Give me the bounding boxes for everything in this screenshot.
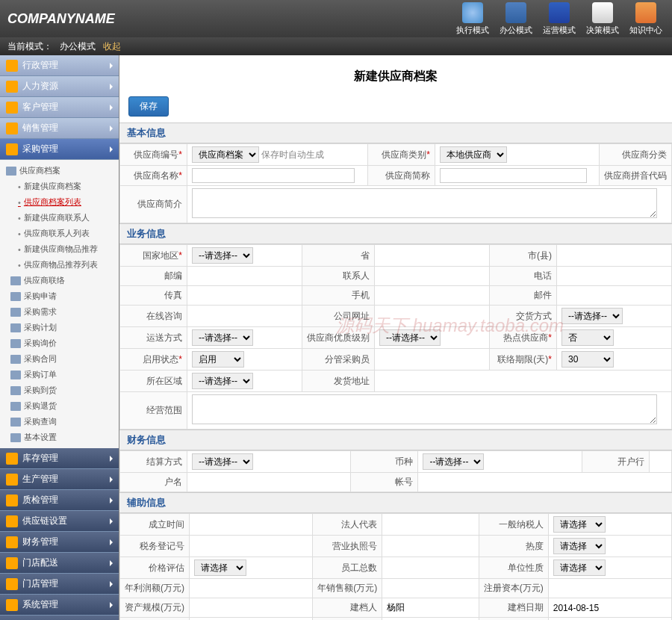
chevron-right-icon	[110, 560, 113, 566]
customer-icon	[6, 102, 18, 114]
chain-icon	[6, 515, 18, 527]
price-eval-select[interactable]: 请选择	[194, 559, 246, 576]
mode-office[interactable]: 办公模式	[497, 2, 535, 36]
chevron-right-icon	[110, 602, 113, 608]
nav-tech[interactable]: 技术管理	[0, 616, 119, 620]
purchase-icon	[6, 143, 18, 155]
currency-select[interactable]: --请选择--	[423, 453, 484, 470]
sales-icon	[6, 123, 18, 134]
knowledge-center[interactable]: 知识中心	[627, 2, 665, 36]
vendor-type-select[interactable]: 本地供应商	[440, 146, 507, 163]
nav-admin[interactable]: 行政管理	[0, 55, 119, 76]
logo: COMPANYNAME	[7, 11, 454, 27]
hot-select[interactable]: 否	[561, 329, 614, 346]
section-finance: 财务信息	[119, 430, 672, 450]
transport-select[interactable]: --请选择--	[192, 329, 253, 346]
vendor-short-input[interactable]	[440, 168, 587, 183]
folder-demand[interactable]: 采购需求	[0, 304, 119, 320]
subnav-vendor-list[interactable]: 供应商档案列表	[0, 194, 119, 210]
chevron-right-icon	[110, 518, 113, 524]
subnav-new-vendor[interactable]: 新建供应商档案	[0, 179, 119, 194]
nav-qc[interactable]: 质检管理	[0, 490, 119, 511]
vendor-no-select[interactable]: 供应商档案	[192, 146, 259, 163]
folder-contract[interactable]: 采购合同	[0, 351, 119, 367]
store-icon	[6, 578, 18, 590]
vendor-intro-textarea[interactable]	[192, 188, 657, 218]
folder-inquiry[interactable]: 采购询价	[0, 335, 119, 351]
folder-contact[interactable]: 供应商联络	[0, 273, 119, 288]
chevron-right-icon	[110, 125, 113, 131]
scope-textarea[interactable]	[192, 394, 657, 424]
contact-days-select[interactable]: 30	[561, 351, 614, 368]
status-select[interactable]: 启用	[192, 351, 244, 368]
update-date-value: 2014-08-15	[190, 618, 313, 621]
mode-execute[interactable]: 执行模式	[454, 2, 491, 36]
chevron-right-icon	[110, 581, 113, 587]
folder-return[interactable]: 采购退货	[0, 398, 119, 414]
delivery-select[interactable]: --请选择--	[561, 308, 623, 324]
subnav-purchase: 供应商档案 新建供应商档案 供应商档案列表 新建供应商联系人 供应商联系人列表 …	[0, 160, 119, 448]
mode-label: 当前模式：	[7, 40, 52, 53]
system-icon	[6, 599, 18, 611]
folder-settings[interactable]: 基本设置	[0, 430, 119, 445]
subnav-recommend-list[interactable]: 供应商物品推荐列表	[0, 257, 119, 273]
collapse-link[interactable]: 收起	[103, 40, 121, 53]
gear-icon	[6, 474, 18, 486]
section-business: 业务信息	[119, 223, 672, 244]
creator-value: 杨阳	[382, 598, 479, 618]
nav-hr[interactable]: 人力资源	[0, 76, 119, 97]
folder-apply[interactable]: 采购申请	[0, 288, 119, 304]
settle-select[interactable]: --请选择--	[192, 453, 253, 470]
section-extra: 辅助信息	[119, 492, 672, 513]
section-basic: 基本信息	[119, 123, 672, 143]
nav-sales[interactable]: 销售管理	[0, 118, 119, 139]
chevron-right-icon	[110, 497, 113, 503]
truck-icon	[6, 557, 18, 569]
chevron-right-icon	[110, 146, 113, 152]
unit-type-select[interactable]: 请选择	[553, 559, 606, 576]
save-button[interactable]: 保存	[128, 96, 169, 117]
nav-system[interactable]: 系统管理	[0, 595, 119, 616]
subnav-folder-vendor[interactable]: 供应商档案	[0, 163, 119, 179]
mode-operate[interactable]: 运营模式	[541, 2, 578, 36]
heat-select[interactable]: 请选择	[553, 538, 606, 554]
subnav-new-contact[interactable]: 新建供应商联系人	[0, 210, 119, 226]
country-select[interactable]: --请选择--	[192, 247, 253, 264]
subnav-new-recommend[interactable]: 新建供应商物品推荐	[0, 241, 119, 257]
subnav-contact-list[interactable]: 供应商联系人列表	[0, 226, 119, 241]
box-icon	[6, 453, 18, 465]
folder-arrival[interactable]: 采购到货	[0, 382, 119, 398]
extra-form: 成立时间 法人代表 一般纳税人 请选择 税务登记号 营业执照号 热度 请选择 价…	[119, 513, 672, 620]
area-select[interactable]: --请选择--	[192, 373, 253, 389]
create-date-value: 2014-08-15	[548, 598, 671, 618]
nav-customer[interactable]: 客户管理	[0, 97, 119, 118]
page-title: 新建供应商档案	[119, 63, 672, 93]
nav-finance[interactable]: 财务管理	[0, 532, 119, 553]
chevron-right-icon	[110, 456, 113, 462]
folder-query[interactable]: 采购查询	[0, 414, 119, 430]
content-area: 新建供应商档案 保存 基本信息 供应商编号* 供应商档案 保存时自动生成 供应商…	[119, 55, 672, 620]
vendor-name-input[interactable]	[192, 168, 355, 183]
business-form: 国家地区* --请选择-- 省 市(县) 邮编 联系人 电话 传真 手机 邮件 …	[119, 244, 672, 430]
nav-store[interactable]: 门店管理	[0, 574, 119, 595]
mode-decision[interactable]: 决策模式	[584, 2, 621, 36]
taxpayer-select[interactable]: 请选择	[553, 516, 606, 533]
nav-delivery[interactable]: 门店配送	[0, 553, 119, 574]
nav-supply[interactable]: 供应链设置	[0, 511, 119, 532]
chevron-right-icon	[110, 105, 113, 111]
nav-inventory[interactable]: 库存管理	[0, 448, 119, 469]
updater-value: yangyang	[382, 618, 479, 621]
mode-value: 办公模式	[60, 40, 96, 53]
finance-form: 结算方式 --请选择-- 币种 --请选择-- 开户行 户名 帐号	[119, 450, 672, 492]
chevron-right-icon	[110, 477, 113, 483]
nav-production[interactable]: 生产管理	[0, 469, 119, 490]
quality-select[interactable]: --请选择--	[379, 329, 441, 346]
chevron-right-icon	[110, 84, 113, 90]
sidebar: 行政管理 人力资源 客户管理 销售管理 采购管理 供应商档案 新建供应商档案 供…	[0, 55, 119, 620]
subheader: 当前模式： 办公模式 收起	[0, 37, 672, 55]
folder-order[interactable]: 采购订单	[0, 367, 119, 382]
folder-plan[interactable]: 采购计划	[0, 320, 119, 335]
money-icon	[6, 536, 18, 548]
nav-purchase[interactable]: 采购管理	[0, 139, 119, 160]
basic-form: 供应商编号* 供应商档案 保存时自动生成 供应商类别* 本地供应商 供应商分类 …	[119, 143, 672, 223]
